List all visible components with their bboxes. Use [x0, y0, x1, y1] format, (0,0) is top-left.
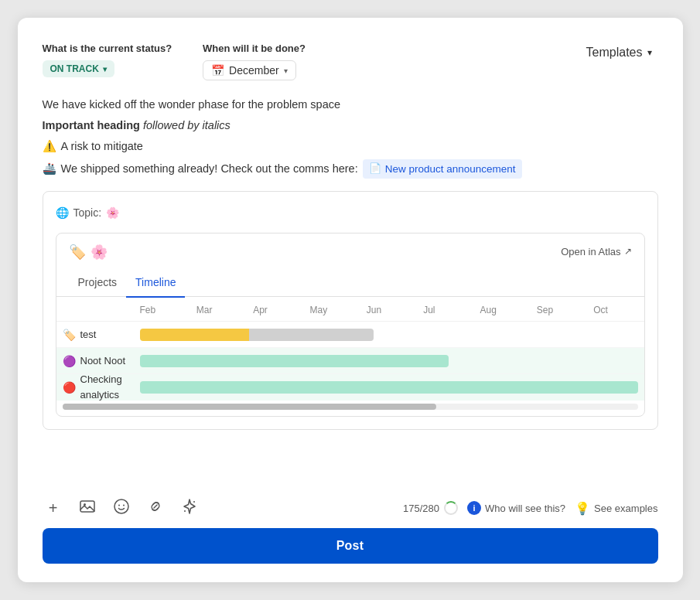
date-value: December — [229, 64, 279, 77]
month-may: May — [303, 303, 360, 318]
who-sees-link[interactable]: i Who will see this? — [467, 501, 565, 515]
nootnoot-project-icon: 🟣 — [63, 353, 76, 370]
date-section: When will it be done? 📅 December ▾ — [203, 43, 306, 80]
timeline-row-analytics: 🔴 Checking analytics — [56, 374, 644, 401]
month-mar: Mar — [190, 303, 247, 318]
risk-text: A risk to mitigate — [61, 138, 143, 155]
post-button[interactable]: Post — [43, 528, 658, 564]
test-project-name: test — [80, 327, 97, 343]
svg-point-2 — [114, 499, 128, 513]
info-icon: i — [467, 501, 481, 515]
status-badge[interactable]: ON TRACK ▾ — [43, 60, 114, 77]
project-label-nootnoot: 🟣 Noot Noot — [63, 353, 140, 370]
ship-icon: 🚢 — [43, 160, 56, 178]
status-chevron-icon: ▾ — [103, 65, 107, 73]
see-examples-text: See examples — [594, 503, 657, 514]
content-line-1: We have kicked off the wonder phase for … — [43, 96, 658, 114]
atlas-topic-row: 🌐 Topic: 🌸 — [56, 204, 645, 221]
link-icon — [147, 498, 164, 519]
status-text: ON TRACK — [50, 63, 99, 74]
product-announcement-link[interactable]: 📄 New product announcement — [363, 159, 522, 179]
content-italic: followed by italics — [140, 119, 230, 131]
link-label: New product announcement — [385, 161, 516, 178]
svg-point-6 — [184, 510, 186, 512]
status-section: What is the current status? ON TRACK ▾ — [43, 43, 172, 77]
project-label-test: 🏷️ test — [63, 326, 140, 343]
tab-timeline[interactable]: Timeline — [126, 269, 185, 297]
header-row: What is the current status? ON TRACK ▾ W… — [43, 43, 658, 80]
sparkle-button[interactable] — [179, 497, 200, 519]
status-label: What is the current status? — [43, 43, 172, 54]
date-label: When will it be done? — [203, 43, 306, 54]
test-project-icon: 🏷️ — [63, 326, 76, 343]
svg-rect-0 — [80, 501, 94, 512]
risk-line: ⚠️ A risk to mitigate — [43, 138, 658, 155]
emoji-button[interactable] — [111, 497, 132, 519]
analytics-bar — [140, 381, 638, 394]
nootnoot-bar — [140, 355, 449, 367]
month-jun: Jun — [360, 303, 417, 318]
analytics-bar-area — [140, 379, 638, 396]
tab-projects[interactable]: Projects — [69, 269, 127, 297]
month-feb: Feb — [134, 303, 190, 318]
warning-icon: ⚠️ — [43, 138, 56, 155]
add-button[interactable]: + — [43, 497, 64, 519]
atlas-inner: 🏷️ 🌸 Open in Atlas ↗ Projects Timeline — [56, 233, 645, 418]
post-label: Post — [336, 539, 364, 552]
shipped-text: We shipped something already! Check out … — [61, 160, 358, 178]
atlas-icons: 🏷️ 🌸 — [69, 241, 108, 264]
timeline-row-nootnoot: 🟣 Noot Noot — [56, 348, 644, 374]
svg-point-5 — [193, 501, 195, 503]
analytics-project-icon: 🔴 — [63, 379, 76, 396]
month-sep: Sep — [531, 303, 587, 318]
project-label-analytics: 🔴 Checking analytics — [63, 372, 140, 404]
test-bar-gray — [249, 329, 374, 341]
timeline-months: Feb Mar Apr May Jun Jul Aug Sep Oct — [56, 297, 644, 322]
timeline-row-test: 🏷️ test — [56, 322, 644, 348]
templates-label: Templates — [586, 46, 643, 60]
templates-chevron-icon: ▾ — [647, 47, 652, 58]
month-jul: Jul — [417, 303, 473, 318]
nootnoot-project-name: Noot Noot — [80, 353, 126, 370]
who-sees-text: Who will see this? — [485, 503, 565, 514]
image-icon — [79, 498, 96, 519]
spinner-icon — [444, 501, 458, 515]
shipped-line: 🚢 We shipped something already! Check ou… — [43, 159, 658, 179]
char-count-text: 175/280 — [403, 503, 439, 514]
templates-button[interactable]: Templates ▾ — [580, 43, 658, 63]
content-line-2: Important heading followed by italics — [43, 117, 658, 135]
content-text-1: We have kicked off the wonder phase for … — [43, 98, 341, 111]
open-atlas-link[interactable]: Open in Atlas ↗ — [561, 244, 631, 261]
nootnoot-bar-area — [140, 353, 638, 370]
toolbar-right: 175/280 i Who will see this? 💡 See examp… — [403, 501, 657, 516]
atlas-embed: 🌐 Topic: 🌸 🏷️ 🌸 Open in Atlas ↗ — [43, 191, 658, 430]
svg-point-4 — [123, 504, 125, 506]
tag-icon: 🏷️ — [69, 241, 86, 264]
image-button[interactable] — [77, 497, 98, 519]
atlas-tabs: Projects Timeline — [56, 263, 644, 297]
external-link-icon: ↗ — [624, 244, 632, 259]
atlas-inner-header: 🏷️ 🌸 Open in Atlas ↗ — [56, 234, 644, 264]
flower-icon-topic: 🌸 — [106, 204, 119, 221]
timeline-scrollbar-thumb — [63, 404, 437, 410]
toolbar-left: + — [43, 497, 200, 519]
month-aug: Aug — [473, 303, 530, 318]
link-button[interactable] — [145, 497, 166, 519]
emoji-icon — [113, 498, 130, 519]
char-count: 175/280 — [403, 501, 458, 515]
globe-icon: 🌐 — [56, 204, 69, 221]
analytics-project-name: Checking analytics — [80, 372, 140, 404]
bulb-icon: 💡 — [575, 501, 590, 516]
main-card: What is the current status? ON TRACK ▾ W… — [18, 18, 683, 582]
date-chevron-icon: ▾ — [284, 66, 288, 75]
content-area: We have kicked off the wonder phase for … — [43, 96, 658, 491]
svg-point-3 — [118, 504, 120, 506]
date-picker[interactable]: 📅 December ▾ — [203, 60, 296, 80]
test-bar-area — [140, 326, 638, 343]
month-oct: Oct — [587, 303, 644, 318]
header-left: What is the current status? ON TRACK ▾ W… — [43, 43, 306, 80]
month-apr: Apr — [247, 303, 303, 318]
timeline-scrollbar[interactable] — [63, 404, 638, 410]
see-examples-link[interactable]: 💡 See examples — [575, 501, 657, 516]
calendar-icon: 📅 — [211, 64, 224, 77]
